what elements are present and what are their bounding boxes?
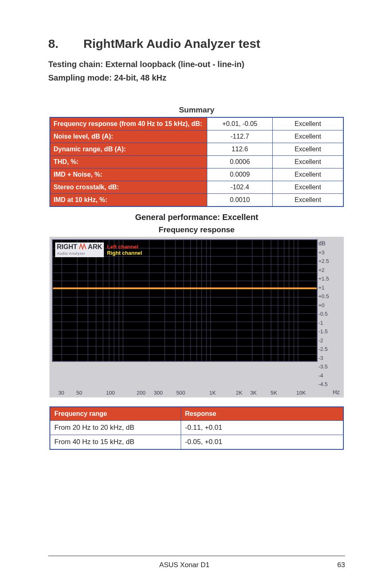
freq-range-cell: From 20 Hz to 20 kHz, dB: [50, 420, 181, 435]
y-tick: -0.5: [318, 310, 334, 319]
summary-rating: Excellent: [272, 181, 343, 194]
y-tick: +2: [318, 266, 334, 275]
plot-area: RIGHT ARK Audio Analyzer Left channel Ri…: [52, 239, 318, 362]
summary-value: 0.0010: [207, 194, 273, 207]
testing-chain-line: Testing chain: External loopback (line-o…: [48, 60, 345, 69]
summary-rating: Excellent: [272, 194, 343, 207]
x-tick: 10K: [277, 390, 306, 396]
y-tick: -3.5: [318, 362, 334, 371]
table-row: IMD + Noise, %:0.0009Excellent: [50, 168, 343, 181]
y-tick: +2.5: [318, 257, 334, 266]
summary-rating: Excellent: [272, 143, 343, 156]
summary-caption: Summary: [48, 105, 345, 114]
waveform-icon: [79, 243, 86, 250]
footer-product: ASUS Xonar D1: [48, 561, 321, 569]
table-row: Frequency response (from 40 Hz to 15 kHz…: [50, 117, 343, 130]
section-title: RightMark Audio Analyzer test: [83, 37, 260, 50]
general-performance: General performance: Excellent: [48, 213, 345, 222]
y-tick: -2: [318, 336, 334, 345]
table-row: Stereo crosstalk, dB:-102.4Excellent: [50, 181, 343, 194]
y-tick: +1: [318, 283, 334, 292]
response-head: Response: [181, 407, 343, 421]
footer-page: 63: [321, 561, 345, 569]
x-tick: 2K: [216, 390, 242, 396]
summary-value: 112.6: [207, 143, 273, 156]
summary-value: +0.01, -0.05: [207, 117, 273, 130]
table-row: Dynamic range, dB (A):112.6Excellent: [50, 143, 343, 156]
summary-label: Noise level, dB (A):: [50, 130, 207, 143]
chart-legend: RIGHT ARK Audio Analyzer Left channel Ri…: [55, 242, 142, 257]
summary-rating: Excellent: [272, 168, 343, 181]
summary-value: 0.0009: [207, 168, 273, 181]
x-unit: Hz: [318, 389, 341, 396]
y-tick: -4.5: [318, 380, 334, 389]
summary-label: Stereo crosstalk, dB:: [50, 181, 207, 194]
x-tick: 3K: [242, 390, 257, 396]
y-tick: -1: [318, 319, 334, 328]
response-cell: -0.05, +0.01: [181, 435, 343, 449]
logo-left: RIGHT: [57, 243, 77, 250]
response-curve: [53, 287, 317, 289]
x-tick: 50: [64, 390, 82, 396]
table-row: THD, %:0.0006Excellent: [50, 156, 343, 168]
y-tick: +0.5: [318, 292, 334, 301]
summary-label: IMD + Noise, %:: [50, 168, 207, 181]
summary-rating: Excellent: [272, 117, 343, 130]
summary-rating: Excellent: [272, 130, 343, 143]
summary-label: IMD at 10 kHz, %:: [50, 194, 207, 207]
freq-range-head: Frequency range: [50, 407, 181, 421]
sampling-mode-line: Sampling mode: 24-bit, 48 kHz: [48, 73, 345, 83]
table-row: From 20 Hz to 20 kHz, dB-0.11, +0.01: [50, 420, 343, 435]
response-cell: -0.11, +0.01: [181, 420, 343, 435]
table-row: Noise level, dB (A):-112.7Excellent: [50, 130, 343, 143]
y-unit: dB: [318, 239, 334, 248]
footer-divider: [48, 556, 345, 556]
gridlines-icon: [53, 240, 318, 362]
y-axis: dB +3 +2.5 +2 +1.5 +1 +0.5 +0 -0.5 -1 -1…: [318, 239, 334, 389]
x-axis: 30 50 100 200 300 500 1K 2K 3K 5K 10K: [52, 389, 318, 396]
section-heading: 8.RightMark Audio Analyzer test: [48, 37, 345, 51]
table-row: IMD at 10 kHz, %:0.0010Excellent: [50, 194, 343, 207]
logo-sub: Audio Analyzer: [57, 250, 102, 257]
summary-table: Frequency response (from 40 Hz to 15 kHz…: [49, 117, 344, 207]
freq-response-title: Frequency response: [48, 225, 345, 234]
rightmark-logo: RIGHT ARK Audio Analyzer: [55, 242, 104, 257]
x-tick: 100: [82, 390, 115, 396]
freq-response-chart: RIGHT ARK Audio Analyzer Left channel Ri…: [49, 237, 344, 397]
summary-label: Frequency response (from 40 Hz to 15 kHz…: [50, 117, 207, 130]
y-tick: +0: [318, 301, 334, 310]
page-footer: ASUS Xonar D1 63: [48, 561, 345, 569]
y-tick: +1.5: [318, 274, 334, 283]
summary-rating: Excellent: [272, 156, 343, 168]
x-tick: 1K: [185, 390, 216, 396]
logo-right: ARK: [88, 243, 102, 250]
freq-range-cell: From 40 Hz to 15 kHz, dB: [50, 435, 181, 449]
legend-left-channel: Left channel: [107, 244, 142, 250]
x-tick: 30: [52, 390, 64, 396]
x-tick: 5K: [257, 390, 277, 396]
legend-right-channel: Right channel: [107, 250, 142, 256]
summary-label: THD, %:: [50, 156, 207, 168]
y-tick: -4: [318, 371, 334, 380]
y-tick: -1.5: [318, 327, 334, 336]
summary-value: 0.0006: [207, 156, 273, 168]
summary-value: -102.4: [207, 181, 273, 194]
x-tick: 200: [115, 390, 146, 396]
x-tick: 300: [146, 390, 163, 396]
y-tick: -3: [318, 354, 334, 363]
section-number: 8.: [48, 37, 83, 51]
summary-value: -112.7: [207, 130, 273, 143]
freq-range-table: Frequency range Response From 20 Hz to 2…: [49, 406, 344, 450]
y-tick: +3: [318, 248, 334, 257]
x-tick: 500: [163, 390, 185, 396]
table-row: From 40 Hz to 15 kHz, dB-0.05, +0.01: [50, 435, 343, 449]
y-tick: -2.5: [318, 345, 334, 354]
summary-label: Dynamic range, dB (A):: [50, 143, 207, 156]
